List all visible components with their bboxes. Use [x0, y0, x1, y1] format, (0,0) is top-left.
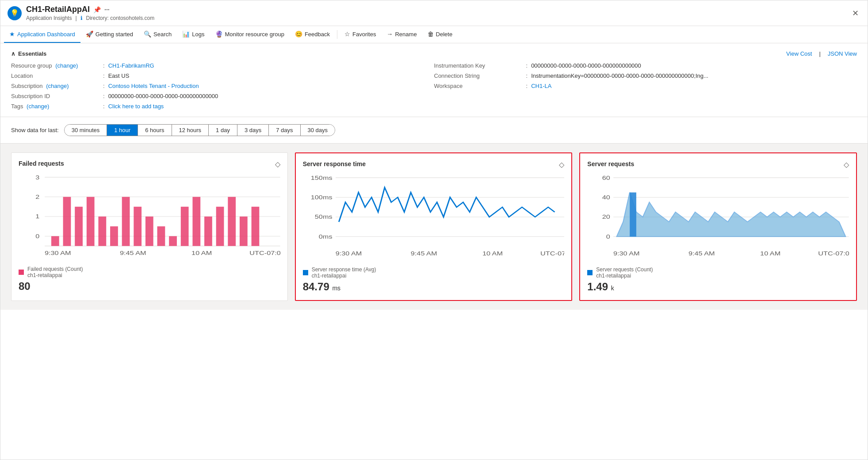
value-resource-group[interactable]: CH1-FabrikamRG — [108, 62, 154, 69]
legend-failed-requests: Failed requests (Count) ch1-retailappai — [19, 266, 280, 278]
favorites-icon: ☆ — [344, 30, 350, 38]
essentials-right: Instrumentation Key : 00000000-0000-0000… — [434, 62, 857, 110]
svg-rect-18 — [157, 226, 165, 246]
label-subscription: Subscription (change) — [11, 83, 99, 89]
label-workspace: Workspace — [434, 83, 523, 89]
nav-item-app-dashboard[interactable]: ★ Application Dashboard — [4, 26, 80, 43]
svg-rect-24 — [228, 197, 236, 246]
legend-color-failed-requests — [19, 270, 24, 275]
server-response-svg: 150ms 100ms 50ms 0ms 9:30 AM 9:45 AM 10 … — [303, 173, 565, 261]
legend-metric-server-requests: Server requests (Count) — [596, 266, 653, 273]
chart-failed-requests: Failed requests ◇ 3 2 1 0 — [11, 152, 288, 301]
label-instrumentation-key: Instrumentation Key — [434, 62, 523, 69]
pin-server-response-time[interactable]: ◇ — [559, 160, 564, 169]
change-subscription[interactable]: (change) — [46, 83, 69, 89]
svg-rect-25 — [240, 217, 248, 246]
time-pill-1day[interactable]: 1 day — [209, 125, 237, 136]
value-subscription-id: 00000000-0000-0000-0000-000000000000 — [108, 93, 218, 99]
svg-text:60: 60 — [602, 175, 610, 181]
main-window: 💡 CH1-RetailAppAI 📌 ··· Application Insi… — [0, 0, 868, 460]
svg-text:150ms: 150ms — [310, 175, 332, 181]
nav-item-delete[interactable]: 🗑 Delete — [422, 26, 458, 43]
value-subscription[interactable]: Contoso Hotels Tenant - Production — [108, 83, 199, 89]
more-icon[interactable]: ··· — [104, 6, 110, 13]
legend-server-response-time: Server response time (Avg) ch1-retailapp… — [303, 266, 565, 279]
chart-value-number-failed: 80 — [19, 280, 31, 292]
value-connection-string: InstrumentationKey=00000000-0000-0000-00… — [531, 72, 708, 79]
close-button[interactable]: ✕ — [850, 7, 860, 20]
chart-value-unit-requests: k — [611, 285, 614, 292]
search-icon: 🔍 — [144, 30, 151, 38]
value-workspace[interactable]: CH1-LA — [531, 83, 551, 89]
app-icon: 💡 — [8, 6, 22, 20]
svg-text:100ms: 100ms — [310, 194, 332, 201]
pin-server-requests[interactable]: ◇ — [844, 160, 849, 169]
essentials-actions-sep: | — [819, 50, 820, 57]
essentials-left: Resource group (change) : CH1-FabrikamRG… — [11, 62, 434, 110]
pin-icon[interactable]: 📌 — [93, 6, 101, 13]
time-pill-3days[interactable]: 3 days — [237, 125, 269, 136]
svg-rect-15 — [122, 197, 130, 246]
pin-failed-requests[interactable]: ◇ — [275, 160, 280, 168]
label-resource-group: Resource group (change) — [11, 62, 99, 69]
change-tags[interactable]: (change) — [27, 103, 49, 110]
time-pill-7days[interactable]: 7 days — [269, 125, 300, 136]
svg-rect-9 — [51, 236, 59, 246]
chart-title-failed-requests: Failed requests — [19, 160, 280, 167]
nav-item-rename[interactable]: → Rename — [381, 26, 422, 43]
json-view-link[interactable]: JSON View — [828, 50, 857, 57]
nav-label-delete: Delete — [436, 31, 453, 38]
chart-server-requests: Server requests ◇ 60 40 20 0 — [579, 152, 857, 301]
essentials-row-instrumentation-key: Instrumentation Key : 00000000-0000-0000… — [434, 62, 857, 69]
chart-value-server-requests: 1.49 k — [587, 281, 849, 293]
svg-rect-17 — [145, 217, 153, 246]
change-resource-group[interactable]: (change) — [55, 62, 78, 69]
chart-value-failed-requests: 80 — [19, 280, 280, 293]
app-title: CH1-RetailAppAI 📌 ··· — [26, 5, 846, 14]
nav-label-getting-started: Getting started — [96, 31, 133, 38]
time-pill-30min[interactable]: 30 minutes — [65, 125, 107, 136]
view-cost-link[interactable]: View Cost — [786, 50, 812, 57]
nav-separator — [337, 30, 337, 39]
chart-value-server-response: 84.79 ms — [303, 281, 565, 293]
time-filter-section: Show data for last: 30 minutes 1 hour 6 … — [0, 117, 868, 144]
nav-label-monitor: Monitor resource group — [225, 31, 284, 38]
svg-text:10 AM: 10 AM — [482, 251, 503, 257]
svg-rect-11 — [75, 207, 83, 246]
time-pill-12hours[interactable]: 12 hours — [172, 125, 209, 136]
time-pill-group: 30 minutes 1 hour 6 hours 12 hours 1 day… — [64, 124, 335, 136]
nav-item-getting-started[interactable]: 🚀 Getting started — [80, 26, 138, 43]
nav-item-logs[interactable]: 📊 Logs — [177, 26, 210, 43]
nav-item-search[interactable]: 🔍 Search — [138, 26, 177, 43]
svg-rect-14 — [110, 226, 118, 246]
info-icon[interactable]: ℹ — [80, 15, 83, 21]
nav-label-favorites: Favorites — [352, 31, 376, 38]
essentials-collapse-icon[interactable]: ∧ — [11, 50, 15, 57]
essentials-row-workspace: Workspace : CH1-LA — [434, 83, 857, 89]
svg-text:9:45 AM: 9:45 AM — [120, 250, 146, 256]
essentials-row-resource-group: Resource group (change) : CH1-FabrikamRG — [11, 62, 434, 69]
essentials-row-subscription: Subscription (change) : Contoso Hotels T… — [11, 83, 434, 89]
value-tags[interactable]: Click here to add tags — [108, 103, 164, 110]
time-pill-1hour[interactable]: 1 hour — [107, 125, 138, 136]
legend-server-requests: Server requests (Count) ch1-retailappai — [587, 266, 849, 279]
svg-text:40: 40 — [602, 194, 610, 201]
svg-text:9:45 AM: 9:45 AM — [688, 251, 715, 257]
nav-bar: ★ Application Dashboard 🚀 Getting starte… — [0, 26, 868, 43]
legend-sub-failed-requests: ch1-retailappai — [27, 272, 83, 278]
essentials-row-subscription-id: Subscription ID : 00000000-0000-0000-000… — [11, 93, 434, 99]
svg-text:9:45 AM: 9:45 AM — [410, 251, 437, 257]
essentials-header: ∧ Essentials View Cost | JSON View — [11, 50, 857, 57]
nav-item-favorites[interactable]: ☆ Favorites — [339, 26, 381, 43]
value-location: East US — [108, 72, 130, 79]
time-pill-30days[interactable]: 30 days — [301, 125, 335, 136]
rocket-icon: 🚀 — [86, 30, 93, 38]
nav-item-feedback[interactable]: 😊 Feedback — [290, 26, 335, 43]
chart-value-number-response: 84.79 — [303, 281, 329, 293]
app-name-text: CH1-RetailAppAI — [26, 5, 90, 14]
svg-text:0: 0 — [35, 233, 39, 240]
svg-text:0ms: 0ms — [319, 234, 333, 240]
label-subscription-id: Subscription ID — [11, 93, 99, 99]
nav-item-monitor-resource-group[interactable]: 🔮 Monitor resource group — [210, 26, 290, 43]
time-pill-6hours[interactable]: 6 hours — [138, 125, 172, 136]
